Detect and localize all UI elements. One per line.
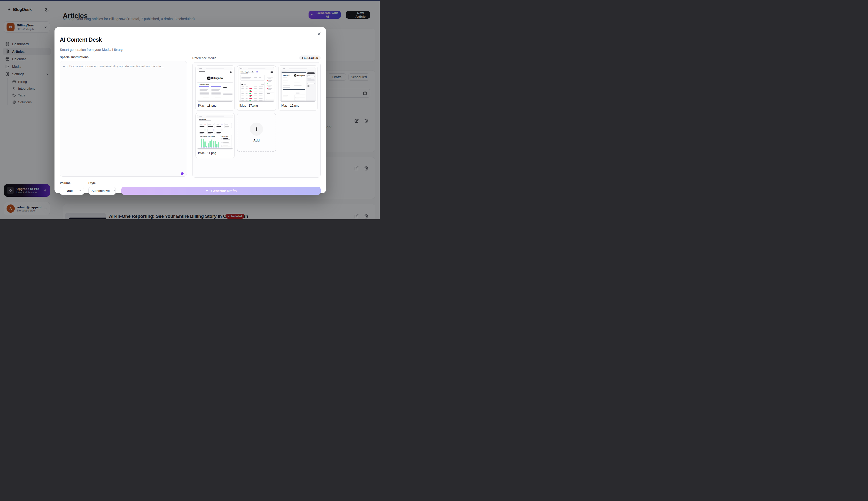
close-modal-button[interactable] xyxy=(315,30,323,37)
modal-subtitle: Smart generation from your Media Library… xyxy=(60,48,321,52)
generate-drafts-button[interactable]: Generate Drafts xyxy=(121,187,321,195)
modal-title: AI Content Desk xyxy=(60,36,321,43)
style-select[interactable]: Authoritative xyxy=(88,187,116,195)
thumbnail-decoration: Dashboard Sa xyxy=(197,118,233,148)
thumbnail-decoration: INVOICE bn Billingnow xyxy=(280,70,316,100)
media-filename: iMac - 17.png xyxy=(237,102,276,109)
style-label: Style xyxy=(88,181,116,185)
add-media-button[interactable]: Add xyxy=(237,113,276,152)
thumbnail-decoration: Office Supplies & Co xyxy=(239,70,274,100)
media-card-imac-11[interactable]: Dashboard Sa xyxy=(195,113,235,158)
chevron-down-icon xyxy=(78,189,82,192)
volume-value: 1 Draft xyxy=(63,189,73,193)
app-window: BlogDesk BI BillingNow https://billing.b… xyxy=(0,0,380,219)
sparkles-icon xyxy=(205,189,209,193)
special-instructions-input[interactable] xyxy=(60,61,187,177)
selected-count-badge: 4 SELECTED xyxy=(299,55,321,60)
close-icon xyxy=(317,32,321,36)
media-thumbnail-preview: bn Billingnow Customize theme xyxy=(197,67,233,102)
add-label: Add xyxy=(253,139,260,142)
media-filename: iMac - 18.png xyxy=(196,102,235,109)
media-thumbnail-preview: Dashboard Sa xyxy=(197,115,233,149)
volume-label: Volume xyxy=(60,181,84,185)
media-thumbnail-preview: INVOICE bn Billingnow xyxy=(280,67,316,102)
media-filename: iMac - 11.png xyxy=(196,149,235,157)
media-card-imac-17[interactable]: Office Supplies & Co xyxy=(237,65,276,111)
plus-icon xyxy=(250,122,263,136)
media-thumbnail-preview: Office Supplies & Co xyxy=(239,67,274,102)
generate-drafts-label: Generate Drafts xyxy=(211,189,237,193)
media-grid: bn Billingnow Customize theme xyxy=(192,62,321,178)
media-filename: iMac - 12.png xyxy=(279,102,317,109)
chevron-down-icon xyxy=(112,189,115,192)
media-card-imac-12[interactable]: INVOICE bn Billingnow xyxy=(278,65,317,111)
instructions-label: Special Instructions xyxy=(60,55,187,59)
thumbnail-decoration: bn Billingnow Customize theme xyxy=(197,70,233,100)
media-card-imac-18[interactable]: bn Billingnow Customize theme xyxy=(195,65,235,111)
reference-media-label: Reference Media xyxy=(192,56,216,60)
volume-select[interactable]: 1 Draft xyxy=(60,187,84,195)
ai-content-desk-modal: AI Content Desk Smart generation from yo… xyxy=(54,27,326,193)
style-value: Authoritative xyxy=(91,189,110,193)
